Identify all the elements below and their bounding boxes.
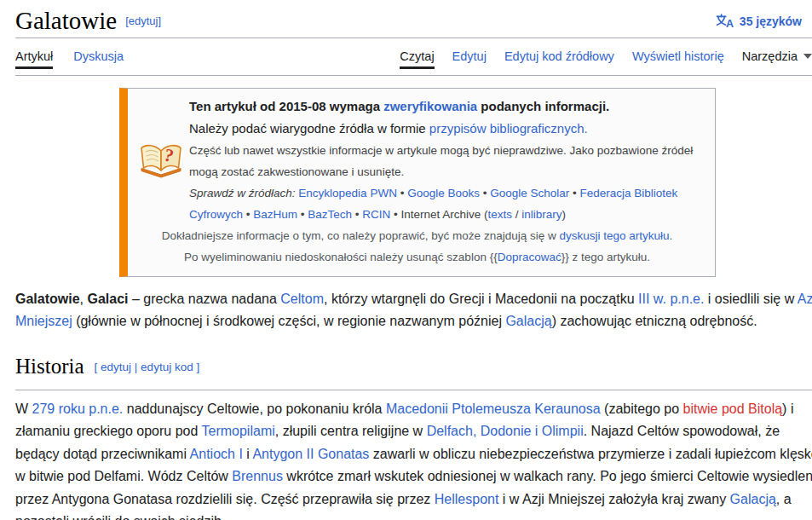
red-link[interactable]: bitwie pod Bitolą [683, 402, 783, 416]
notice-body-line: mogą zostać zakwestionowane i usunięte. [189, 161, 701, 182]
text-segment: i [243, 447, 253, 461]
wiki-link[interactable]: Google Books [407, 187, 480, 199]
text-segment: i osiedlili się w [704, 292, 797, 306]
text-segment: }} z tego artykułu. [561, 251, 650, 263]
tab-edytuj[interactable]: Edytuj [452, 49, 487, 75]
wiki-link[interactable]: Brennus [232, 469, 283, 483]
text-segment: ) i [782, 402, 793, 416]
wiki-link[interactable]: Galacją [505, 314, 551, 328]
wiki-link[interactable]: Termopilami [202, 424, 275, 438]
notice-hint-line: Po wyeliminowaniu niedoskonałości należy… [133, 246, 701, 268]
tools-menu-button[interactable]: Narzędzia [742, 49, 812, 75]
title-bar: Galatowie[edytuj] A 35 języków [15, 0, 812, 38]
text-segment: | [131, 361, 141, 373]
view-tabs: Czytaj Edytuj Edytuj kod źródłowy Wyświe… [400, 49, 812, 75]
wiki-link[interactable]: III w. p.n.e. [638, 292, 704, 306]
text-segment: ] [193, 361, 200, 373]
text-segment: • [243, 208, 253, 221]
text-segment: złamaniu greckiego oporu pod [15, 424, 202, 438]
notice-subheading: Należy podać wiarygodne źródła w formie … [189, 118, 701, 140]
text-segment: . [670, 229, 673, 242]
notice-sources-line: Cyfrowych • BazHum • BazTech • RCIN • In… [189, 204, 701, 225]
text-segment: W [15, 402, 32, 416]
text-segment: • [297, 208, 308, 221]
wiki-link[interactable]: Azji [798, 292, 812, 306]
text-line: w bitwie pod Delfami. Wódz Celtów Brennu… [15, 465, 812, 488]
text-segment: przez Antygona Gonatasa rozdzielili się.… [15, 492, 435, 506]
text-segment: Galatowie [15, 292, 80, 306]
translate-icon: A [716, 14, 734, 28]
text-segment: – grecka nazwa nadana [129, 292, 281, 306]
wiki-link[interactable]: Google Scholar [490, 187, 569, 199]
wiki-link[interactable]: dyskusji tego artykułu [559, 229, 669, 242]
wiki-link[interactable]: Celtom [280, 292, 324, 306]
tab-artykul[interactable]: Artykuł [15, 49, 53, 75]
text-segment: naddunajscy Celtowie, po pokonaniu króla [123, 402, 386, 416]
wiki-link[interactable]: Antioch I [190, 447, 243, 461]
text-segment: Sprawdź w źródłach: [189, 187, 296, 199]
chevron-down-icon [803, 54, 812, 59]
text-segment: • [480, 187, 490, 199]
wiki-link[interactable]: edytuj kod [141, 361, 193, 373]
text-segment: , złupili centra religijne w [275, 424, 427, 438]
languages-button[interactable]: A 35 języków [716, 14, 802, 28]
svg-text:A: A [726, 18, 734, 28]
wiki-link[interactable]: BazHum [253, 208, 297, 221]
text-segment: Ten artykuł od 2015-08 wymaga [189, 99, 383, 113]
wiki-link[interactable]: inlibrary [521, 208, 561, 221]
tab-czytaj[interactable]: Czytaj [400, 49, 434, 75]
notice-text: Ten artykuł od 2015-08 wymaga zweryfikow… [189, 95, 701, 225]
section-heading-text: Historia [15, 355, 84, 378]
wiki-link[interactable]: 279 roku p.n.e. [32, 402, 124, 416]
page-title-text: Galatowie [15, 7, 117, 34]
wiki-link[interactable]: Dopracować [498, 251, 561, 263]
text-segment: Galaci [87, 292, 128, 306]
text-segment: pozostali wrócili do swoich siedzib. [15, 514, 225, 520]
wiki-link[interactable]: Encyklopedia PWN [298, 187, 397, 199]
verification-notice-box: ? Ten artykuł od 2015-08 wymaga zweryfik… [119, 88, 716, 277]
wiki-link[interactable]: Cyfrowych [189, 208, 243, 221]
wiki-link[interactable]: texts [488, 208, 513, 221]
text-line: złamaniu greckiego oporu pod Termopilami… [15, 420, 812, 442]
page-title: Galatowie[edytuj] [15, 5, 161, 41]
text-segment: (głównie w północnej i środkowej części,… [72, 314, 506, 328]
notice-sources-line: Sprawdź w źródłach: Encyklopedia PWN • G… [189, 182, 701, 204]
text-segment: [ [95, 361, 101, 373]
wiki-link[interactable]: przypisów bibliograficznych [429, 121, 585, 136]
text-segment: ) [562, 208, 567, 221]
wiki-link[interactable]: . [585, 121, 588, 136]
wiki-link[interactable]: Delfach, Dodonie i Olimpii [427, 424, 584, 438]
text-segment: / [512, 208, 521, 221]
wiki-link[interactable]: edytuj [101, 361, 131, 373]
text-segment: , którzy wtargnęli do Grecji i Macedonii… [324, 292, 638, 306]
wiki-link[interactable]: RCIN [362, 208, 390, 221]
tab-wyswietl-historie[interactable]: Wyświetl historię [632, 49, 724, 75]
text-segment: , a [776, 492, 792, 506]
text-segment: Dokładniejsze informacje o tym, co należ… [162, 229, 560, 242]
wiki-link[interactable]: Hellespont [435, 492, 499, 506]
wiki-link[interactable]: Mniejszej [15, 314, 72, 328]
text-line: Mniejszej (głównie w północnej i środkow… [15, 310, 812, 332]
history-paragraph: W 279 roku p.n.e. naddunajscy Celtowie, … [15, 398, 812, 520]
text-segment: • [397, 187, 407, 199]
title-edit-link[interactable]: [edytuj] [125, 14, 161, 27]
text-line: pozostali wrócili do swoich siedzib. [15, 511, 812, 520]
text-line: przez Antygona Gonatasa rozdzielili się.… [15, 488, 812, 511]
notice-heading: Ten artykuł od 2015-08 wymaga zweryfikow… [189, 95, 701, 118]
text-segment: Po wyeliminowaniu niedoskonałości należy… [184, 251, 498, 263]
text-segment: • [352, 208, 362, 221]
wiki-link[interactable]: Galacją [730, 492, 776, 506]
wiki-link[interactable]: Macedonii Ptolemeusza Keraunosa [386, 402, 601, 416]
wiki-link[interactable]: BazTech [308, 208, 352, 221]
text-segment: Należy podać wiarygodne źródła w formie [189, 121, 429, 136]
text-segment: • Internet Archive ( [390, 208, 487, 221]
tab-edytuj-kod-zrodlowy[interactable]: Edytuj kod źródłowy [504, 49, 614, 75]
wiki-link[interactable]: Federacja Bibliotek [579, 187, 677, 199]
text-segment: . Najazd Celtów spowodował, że [584, 424, 780, 438]
article-page: Galatowie[edytuj] A 35 języków Artykuł D… [0, 0, 812, 520]
wiki-link[interactable]: Antygon II Gonatas [252, 447, 369, 461]
tab-dyskusja[interactable]: Dyskusja [73, 49, 124, 75]
text-line: Galatowie, Galaci – grecka nazwa nadana … [15, 288, 812, 310]
wiki-link[interactable]: zweryfikowania [383, 99, 477, 113]
languages-label: 35 języków [740, 14, 802, 28]
